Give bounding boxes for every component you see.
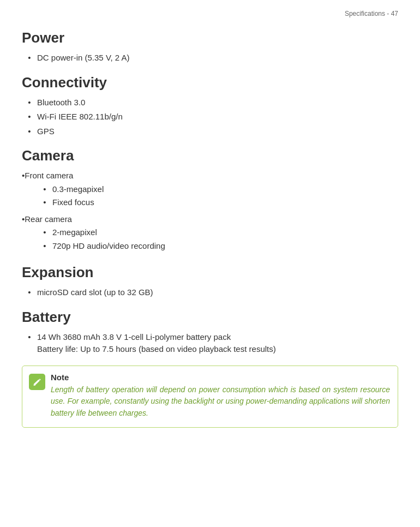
battery-line1: 14 Wh 3680 mAh 3.8 V 1-cell Li-polymer b… [37,331,398,344]
sub-bullet-icon: • [37,196,52,209]
expansion-list: • microSD card slot (up to 32 GB) [22,286,398,299]
front-camera-sublist: • 0.3-megapixel • Fixed focus [37,183,104,210]
list-item-text: 2-megapixel [52,226,165,239]
note-title: Note [51,373,390,382]
list-item: • 0.3-megapixel [37,183,104,196]
list-item: • GPS [22,125,398,138]
list-item-text: Wi-Fi IEEE 802.11b/g/n [37,111,398,123]
section-battery-title: Battery [22,309,398,326]
section-connectivity-title: Connectivity [22,74,398,91]
list-item-text: DC power-in (5.35 V, 2 A) [37,52,398,64]
bullet-icon: • [22,97,37,109]
pencil-icon [32,377,42,387]
list-item: • Front camera • 0.3-megapixel • Fixed f… [22,170,398,211]
note-body: Length of battery operation will depend … [51,384,390,420]
sub-bullet-icon: • [37,183,52,196]
section-camera-title: Camera [22,147,398,164]
note-icon-wrap [29,374,45,390]
list-item: • Fixed focus [37,196,104,209]
sub-bullet-icon: • [37,226,52,239]
list-item: • Rear camera • 2-megapixel • 720p HD au… [22,213,398,255]
list-item-text: 720p HD audio/video recording [52,240,165,253]
list-item-text: microSD card slot (up to 32 GB) [37,286,398,299]
bullet-icon: • [22,125,37,138]
list-item-text: Bluetooth 3.0 [37,97,398,109]
battery-line2: Battery life: Up to 7.5 hours (based on … [37,343,398,356]
rear-camera-sublist: • 2-megapixel • 720p HD audio/video reco… [37,226,165,253]
list-item-text: GPS [37,125,398,138]
section-power-title: Power [22,29,398,46]
bullet-icon: • [22,52,37,64]
list-item-text: Rear camera [25,213,72,226]
note-box: Note Length of battery operation will de… [22,366,398,428]
note-content: Note Length of battery operation will de… [51,373,390,420]
list-item-text: 0.3-megapixel [52,183,104,196]
list-item: • 2-megapixel [37,226,165,239]
bullet-icon: • [22,331,37,344]
list-item: • DC power-in (5.35 V, 2 A) [22,52,398,64]
battery-list: • 14 Wh 3680 mAh 3.8 V 1-cell Li-polymer… [22,331,398,356]
list-item-text: Front camera [25,170,73,182]
sub-bullet-icon: • [37,240,52,253]
bullet-icon: • [22,286,37,299]
bullet-icon: • [22,111,37,123]
power-list: • DC power-in (5.35 V, 2 A) [22,52,398,64]
section-expansion-title: Expansion [22,264,398,281]
list-item-text: Fixed focus [52,196,104,209]
list-item: • 720p HD audio/video recording [37,240,165,253]
list-item: • Wi-Fi IEEE 802.11b/g/n [22,111,398,123]
list-item: • 14 Wh 3680 mAh 3.8 V 1-cell Li-polymer… [22,331,398,356]
page-label: Specifications - 47 [345,10,398,17]
battery-text: 14 Wh 3680 mAh 3.8 V 1-cell Li-polymer b… [37,331,398,356]
list-item: • microSD card slot (up to 32 GB) [22,286,398,299]
list-item: • Bluetooth 3.0 [22,97,398,109]
connectivity-list: • Bluetooth 3.0 • Wi-Fi IEEE 802.11b/g/n… [22,97,398,138]
page-header: Specifications - 47 [22,5,398,20]
camera-list: • Front camera • 0.3-megapixel • Fixed f… [22,170,398,254]
